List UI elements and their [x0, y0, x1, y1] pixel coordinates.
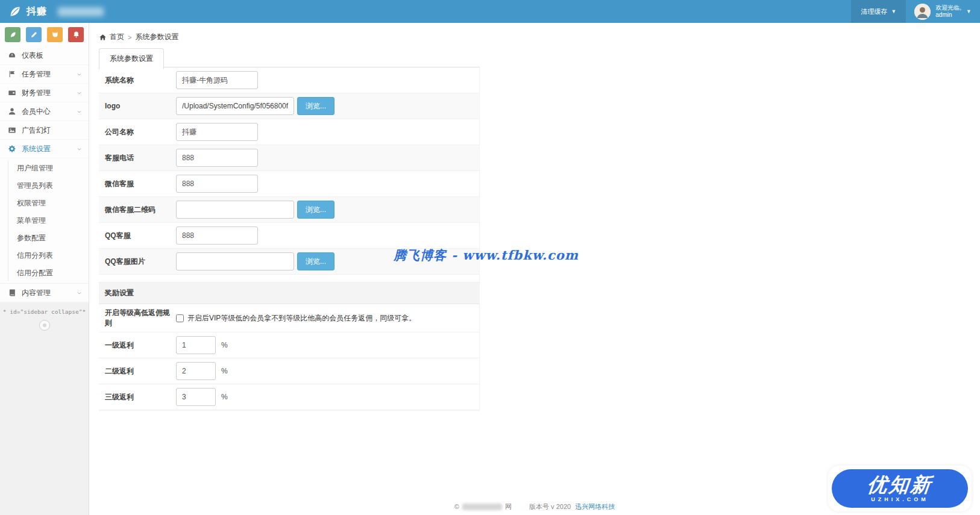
bell-quick-button[interactable]	[68, 27, 84, 42]
sidebar-subitem-menus[interactable]: 菜单管理	[0, 212, 89, 229]
sidebar-item-label: 内容管理	[22, 288, 51, 298]
blurred-company-name	[462, 504, 502, 510]
sidebar-item-label: 会员中心	[22, 107, 51, 117]
caret-down-icon: ▼	[966, 8, 972, 14]
sidebar-collapse-toggle[interactable]	[39, 320, 50, 331]
percent-unit: %	[221, 393, 228, 401]
sidebar-subitem-credit-list[interactable]: 信用分列表	[0, 247, 89, 264]
logo-input[interactable]	[176, 97, 294, 115]
rebate-l3-input[interactable]	[176, 388, 216, 406]
wechat-service-input[interactable]	[176, 175, 258, 193]
sidebar-item-ads[interactable]: 广告幻灯	[0, 121, 89, 140]
qq-image-input[interactable]	[176, 252, 294, 270]
sidebar-item-finance[interactable]: 财务管理	[0, 84, 89, 102]
field-label: QQ客服	[105, 231, 176, 241]
user-menu[interactable]: 欢迎光临, admin ▼	[906, 0, 980, 23]
field-label: 公司名称	[105, 127, 176, 137]
bell-icon	[72, 31, 80, 39]
form-row-qq-service: QQ客服	[99, 223, 479, 249]
rebate-l1-input[interactable]	[176, 336, 216, 354]
breadcrumb-home-link[interactable]: 首页	[99, 32, 124, 42]
uzhix-watermark-badge: 优知新 UZHIX.COM	[828, 466, 972, 511]
qq-image-browse-button[interactable]: 浏览...	[297, 252, 335, 270]
brand-name: 抖赚	[27, 5, 47, 18]
form-row-rebate-l2: 二级返利%	[99, 358, 479, 384]
sidebar-subitem-credit-config[interactable]: 信用分配置	[0, 264, 89, 282]
field-label: QQ客服图片	[105, 257, 176, 267]
field-label: 微信客服	[105, 179, 176, 189]
form-row-wechat-qrcode: 微信客服二维码浏览...	[99, 197, 479, 223]
system-params-form: 系统名称logo浏览...公司名称客服电话微信客服微信客服二维码浏览...QQ客…	[99, 67, 480, 411]
form-row-qq-image: QQ客服图片浏览...	[99, 249, 479, 275]
system-name-input[interactable]	[176, 71, 258, 89]
leaf-quick-button[interactable]	[5, 27, 20, 42]
sidebar-item-label: 任务管理	[22, 69, 51, 80]
field-label: 客服电话	[105, 153, 176, 163]
wechat-qrcode-browse-button[interactable]: 浏览...	[297, 201, 335, 219]
vendor-link[interactable]: 迅兴网络科技	[575, 503, 615, 510]
form-section-other-section: 其他参数设置	[99, 410, 479, 411]
form-row-system-name: 系统名称	[99, 67, 479, 93]
top-header: 抖赚 清理缓存 ▼ 欢迎光临, admin ▼	[0, 0, 980, 23]
sidebar-item-dashboard[interactable]: 仪表板	[0, 46, 89, 65]
breadcrumb-separator: >	[128, 34, 131, 41]
sidebar-subitem-user-groups[interactable]: 用户组管理	[0, 160, 89, 177]
sidebar: 仪表板任务管理财务管理会员中心广告幻灯系统设置用户组管理管理员列表权限管理菜单管…	[0, 23, 89, 515]
gear-icon	[7, 145, 16, 153]
chevron-down-icon	[76, 90, 83, 96]
sidebar-subitem-admin-list[interactable]: 管理员列表	[0, 177, 89, 195]
sidebar-subitem-params[interactable]: 参数配置	[0, 229, 89, 247]
user-icon	[7, 107, 16, 116]
rebate-l2-input[interactable]	[176, 362, 216, 380]
home-icon	[99, 34, 107, 41]
breadcrumb-current: 系统参数设置	[135, 32, 178, 42]
pencil-quick-button[interactable]	[26, 27, 42, 42]
sidebar-item-system-settings[interactable]: 系统设置	[0, 140, 89, 158]
tab-bar: 系统参数设置	[99, 48, 480, 67]
brand: 抖赚	[0, 5, 104, 18]
company-suffix: 网	[505, 503, 512, 510]
chevron-down-icon	[76, 71, 83, 78]
field-label: 二级返利	[105, 366, 176, 376]
sidebar-item-content[interactable]: 内容管理	[0, 284, 89, 302]
service-phone-input[interactable]	[176, 149, 258, 167]
sidebar-item-label: 财务管理	[22, 88, 51, 98]
sidebar-item-label: 系统设置	[22, 144, 51, 154]
cat-quick-button[interactable]	[47, 27, 63, 42]
sidebar-item-tasks[interactable]: 任务管理	[0, 65, 89, 84]
uzhix-badge-domain: UZHIX.COM	[871, 496, 929, 502]
form-row-rebate-l3: 三级返利%	[99, 384, 479, 410]
company-name-input[interactable]	[176, 123, 258, 141]
system-settings-submenu: 用户组管理管理员列表权限管理菜单管理参数配置信用分列表信用分配置	[0, 158, 89, 284]
clear-cache-button[interactable]: 清理缓存 ▼	[851, 0, 906, 23]
version-text: 版本号 v 2020	[529, 503, 571, 510]
sidebar-subitem-permissions[interactable]: 权限管理	[0, 195, 89, 212]
tab-system-params[interactable]: 系统参数设置	[99, 48, 164, 69]
quick-toolbar	[0, 23, 89, 46]
qq-service-input[interactable]	[176, 226, 258, 245]
form-row-logo: logo浏览...	[99, 93, 479, 119]
sidebar-item-label: 广告幻灯	[22, 125, 51, 136]
sidebar-item-members[interactable]: 会员中心	[0, 102, 89, 121]
gauge-icon	[7, 51, 16, 60]
caret-down-icon: ▼	[891, 8, 896, 14]
form-row-service-phone: 客服电话	[99, 145, 479, 171]
percent-unit: %	[221, 341, 228, 349]
sidebar-collapse-code-text: * id="sidebar collapse"*	[0, 308, 89, 315]
wechat-qrcode-input[interactable]	[176, 201, 294, 219]
field-label: logo	[105, 102, 176, 110]
chevron-down-icon	[76, 108, 83, 115]
checkbox-description: 开启后VIP等级低的会员拿不到等级比他高的会员任务返佣，同级可拿。	[187, 313, 416, 323]
sidebar-item-label: 仪表板	[22, 51, 43, 61]
percent-unit: %	[221, 367, 228, 375]
field-label: 三级返利	[105, 392, 176, 402]
copyright-symbol: ©	[454, 503, 459, 510]
image-icon	[7, 126, 16, 134]
level-rule-checkbox[interactable]	[176, 314, 184, 322]
logo-browse-button[interactable]: 浏览...	[297, 97, 335, 115]
cat-icon	[51, 31, 59, 39]
book-icon	[7, 289, 16, 297]
field-label: 开启等级高低返佣规则	[105, 308, 176, 328]
form-row-level-rule: 开启等级高低返佣规则开启后VIP等级低的会员拿不到等级比他高的会员任务返佣，同级…	[99, 304, 479, 332]
welcome-text: 欢迎光临, admin	[935, 4, 961, 19]
